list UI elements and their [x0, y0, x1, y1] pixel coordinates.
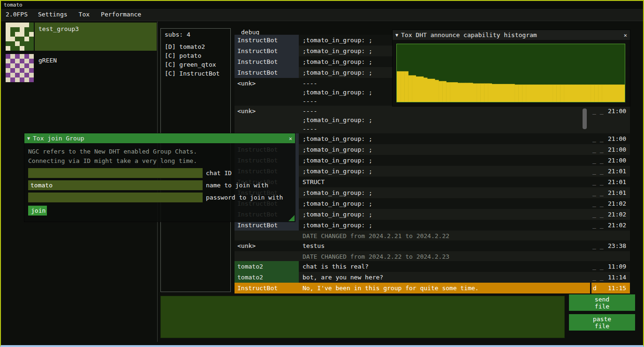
avatar-pixel [24, 73, 29, 77]
member-item-potato[interactable]: [C] potato [161, 51, 230, 60]
join-button[interactable]: join [28, 206, 47, 216]
sender-name: <unk> [235, 240, 299, 251]
avatar-pixel [10, 63, 15, 68]
histogram-bar [503, 84, 508, 102]
close-icon[interactable]: ✕ [624, 32, 627, 39]
date-separator-text: DATE CHANGED from 2024.2.21 to 2024.2.22 [235, 231, 449, 240]
avatar-pixel [10, 23, 15, 27]
histogram-bar [591, 85, 595, 102]
avatar-pixel [20, 77, 24, 82]
member-item-green_qtox[interactable]: [C] green_qtox [161, 60, 230, 69]
message-flags: _ _ [590, 272, 606, 283]
avatar-pixel [15, 63, 20, 68]
histogram-bar [401, 71, 405, 102]
member-item-tomato2[interactable]: [D] tomato2 [161, 42, 230, 51]
histogram-window-title: Tox DHT announce capability histogram [401, 31, 537, 39]
menu-settings[interactable]: Settings [32, 9, 73, 21]
histogram-bar [397, 71, 401, 102]
avatar-pixel [29, 54, 34, 59]
sidebar-group-green[interactable]: gREEN [6, 54, 157, 82]
join-password-row: password to join with [28, 193, 291, 202]
histogram-bar [484, 84, 488, 102]
resize-grip[interactable] [288, 215, 295, 221]
avatar-pixel [29, 46, 34, 51]
join-password-input[interactable] [28, 193, 203, 202]
member-item-instructbot[interactable]: [C] InstructBot [161, 69, 230, 78]
message-time: 21:01 [606, 187, 629, 198]
group-name: test_group3 [38, 25, 79, 32]
message-time: 21:00 [606, 144, 629, 155]
message-text: ;tomato_in_group: ; [299, 144, 590, 155]
chat-message-row[interactable]: <unk>testus_ _23:38 [235, 240, 630, 251]
avatar-pixel [15, 37, 20, 41]
sender-name: tomato2 [235, 272, 299, 283]
avatar-pixel [10, 37, 15, 41]
histogram-bar [435, 80, 439, 102]
avatar-pixel [6, 27, 10, 32]
message-input[interactable] [160, 296, 565, 338]
sidebar-group-test_group3[interactable]: test_group3 [6, 23, 157, 51]
collapse-icon[interactable]: ▼ [27, 136, 30, 141]
avatar-pixel [24, 68, 29, 73]
avatar-pixel [24, 37, 29, 41]
window-title: tomato [4, 2, 23, 8]
chat-message-row[interactable]: <unk>---- ;tomato_in_group: ; ----_ _21:… [235, 106, 630, 133]
menu-bar: 2.0FPS Settings Tox Performance [1, 9, 643, 21]
histogram-bar [598, 85, 602, 102]
send-file-button[interactable]: send file [569, 294, 635, 311]
avatar-pixel [6, 37, 10, 41]
join-name-label: name to join with [206, 182, 268, 189]
join-group-window: ▼ Tox join Group ✕ NGC refers to the New… [24, 133, 295, 222]
collapse-icon[interactable]: ▼ [395, 32, 398, 38]
message-flags: d [590, 283, 606, 293]
message-time: 23:38 [606, 240, 629, 251]
message-time: 21:02 [606, 209, 629, 220]
avatar-pixel [29, 41, 34, 46]
avatar-pixel [20, 41, 24, 46]
avatar-pixel [10, 32, 15, 37]
histogram-bar [560, 85, 564, 102]
histogram-bar [450, 82, 454, 102]
avatar-pixel [6, 59, 10, 63]
message-flags: _ _ [590, 144, 606, 155]
close-icon[interactable]: ✕ [289, 135, 292, 142]
avatar-pixel [15, 32, 20, 37]
avatar-pixel [15, 46, 20, 51]
avatar-pixel [15, 68, 20, 73]
join-hint-line2: Connecting via ID might take a very long… [28, 156, 291, 166]
histogram-bar [549, 85, 553, 102]
chat-message-row[interactable]: tomato2bot, are you new here?_ _11:14 [235, 272, 630, 283]
histogram-bar [606, 85, 610, 102]
date-separator: DATE CHANGED from 2024.2.21 to 2024.2.22 [235, 231, 630, 240]
message-text: testus [299, 240, 590, 251]
histogram-bar [500, 84, 504, 102]
chat-scrollbar-thumb[interactable] [583, 108, 587, 129]
paste-file-button[interactable]: paste file [569, 314, 635, 331]
histogram-bar [442, 81, 447, 102]
histogram-bar [579, 85, 583, 102]
chat-message-row[interactable]: tomato2chat is this real?_ _11:09 [235, 261, 630, 272]
message-time: 21:00 [606, 106, 629, 133]
avatar-pixel [20, 23, 24, 27]
chat-id-input[interactable] [28, 168, 203, 178]
message-text: ;tomato_in_group: ; [299, 187, 590, 198]
join-hint-line1: NGC refers to the New DHT enabled Group … [28, 147, 291, 156]
join-window-title: Tox join Group [33, 135, 84, 142]
menu-tox[interactable]: Tox [73, 9, 95, 21]
histogram-bar [553, 85, 557, 102]
window-titlebar[interactable]: tomato [1, 1, 643, 9]
message-text: bot, are you new here? [299, 272, 590, 283]
join-name-input[interactable] [28, 180, 203, 190]
histogram-window-titlebar[interactable]: ▼ Tox DHT announce capability histogram … [393, 30, 630, 40]
message-flags: _ _ [590, 240, 606, 251]
join-window-titlebar[interactable]: ▼ Tox join Group ✕ [24, 133, 295, 143]
avatar-pixel [20, 32, 24, 37]
chat-message-row[interactable]: InstructBotNo, I've been in this group f… [235, 283, 630, 293]
avatar-pixel [20, 37, 24, 41]
message-flags: _ _ [590, 133, 606, 144]
avatar-pixel [10, 77, 15, 82]
avatar-pixel [15, 73, 20, 77]
menu-performance[interactable]: Performance [95, 9, 147, 21]
chat-id-label: chat ID [206, 170, 232, 177]
avatar-pixel [29, 63, 34, 68]
